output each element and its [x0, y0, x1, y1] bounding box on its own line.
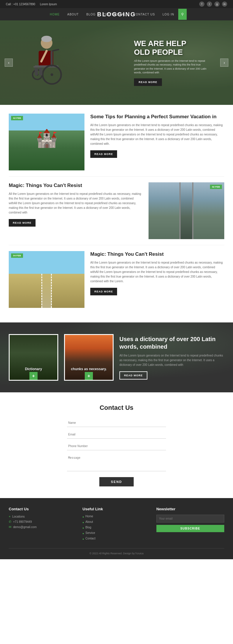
hero-description: All the Lorem Ipsum generators on the In… — [134, 59, 210, 75]
svg-rect-10 — [33, 66, 41, 68]
search-icon[interactable]: ⚲ — [178, 9, 187, 20]
footer-link-blog-anchor[interactable]: Blog — [85, 526, 91, 529]
footer-link-about: • About — [82, 520, 150, 525]
email-icon: ✉ — [9, 525, 11, 529]
post-1-date-badge: 02 FEB — [11, 116, 23, 120]
blog-post-3: 04 FEB Magic: Things You Can't Resist Al… — [9, 251, 224, 308]
message-field-wrap — [67, 454, 166, 472]
newsletter-input[interactable] — [156, 515, 224, 523]
footer-link-about-anchor[interactable]: About — [85, 520, 93, 523]
svg-point-7 — [51, 73, 53, 76]
message-input[interactable] — [67, 454, 166, 471]
gallery-inner: Dictionary + chunks as necessary. + Uses… — [9, 334, 224, 381]
send-button[interactable]: SEND — [99, 477, 134, 486]
gallery-label-1: Dictionary — [10, 367, 57, 371]
subscribe-button[interactable]: SUBSCRIBE — [156, 525, 224, 532]
blog-post-1: 02 FEB Some Tips for Planning a Perfect … — [9, 114, 224, 170]
footer-links-col: Useful Link • Home • About • Blog • Serv… — [82, 507, 150, 542]
post-1-readmore-button[interactable]: READ MORE — [90, 150, 117, 158]
post-3-content: Magic: Things You Can't Resist All the L… — [90, 251, 224, 295]
gallery-label-2: chunks as necessary. — [65, 367, 113, 371]
post-2-date-badge: 02 FEB — [210, 185, 222, 189]
name-input[interactable] — [67, 419, 166, 427]
footer-grid: Contact Us ⌖ Locations ✆ +71 89079449 ✉ … — [9, 507, 224, 542]
post-3-title: Magic: Things You Can't Resist — [90, 251, 224, 257]
topbar-phone: Call : +01 1234567890 — [6, 3, 35, 6]
googleplus-icon[interactable]: g — [214, 1, 220, 7]
post-3-image: 04 FEB — [9, 251, 84, 308]
post-2-title: Magic: Things You Can't Resist — [9, 182, 143, 189]
name-field-wrap — [67, 419, 166, 427]
blog-post-2: 02 FEB Magic: Things You Can't Resist Al… — [9, 182, 224, 239]
post-2-content: Magic: Things You Can't Resist All the L… — [9, 182, 143, 227]
twitter-icon[interactable]: t — [207, 1, 212, 7]
contact-form: SEND — [67, 419, 166, 486]
hero-prev-button[interactable]: ‹ — [5, 59, 13, 67]
gallery-btn-1[interactable]: + — [29, 372, 38, 380]
topbar: Call : +01 1234567890 Lorem Ipsum f t g … — [0, 0, 233, 8]
navigation: BLOGGING HOME ABOUT BLOG TESTIMONIAL CON… — [0, 8, 233, 20]
svg-rect-11 — [35, 68, 38, 75]
nav-about[interactable]: ABOUT — [64, 9, 82, 20]
hero-next-button[interactable]: › — [220, 59, 228, 67]
contact-title: Contact Us — [9, 404, 224, 412]
svg-point-1 — [41, 36, 52, 42]
link-dot-icon: • — [82, 537, 84, 541]
link-dot-icon: • — [82, 526, 84, 530]
footer-newsletter-col: Newsletter SUBSCRIBE — [156, 507, 224, 542]
gallery-card-1[interactable]: Dictionary + — [9, 334, 58, 381]
post-divider-2 — [9, 245, 224, 245]
post-1-image: 02 FEB — [9, 114, 84, 170]
gallery-description: All the Lorem Ipsum generators on the In… — [119, 353, 224, 367]
linkedin-icon[interactable]: in — [222, 1, 227, 7]
phone-input[interactable] — [67, 442, 166, 450]
nav-logo: BLOGGING — [97, 11, 136, 18]
gallery-section: Dictionary + chunks as necessary. + Uses… — [0, 322, 233, 392]
footer-location: ⌖ Locations — [9, 515, 77, 518]
email-input[interactable] — [67, 430, 166, 439]
link-dot-icon: • — [82, 515, 84, 519]
footer-contact-title: Contact Us — [9, 507, 77, 511]
svg-line-13 — [53, 50, 59, 51]
post-2-description: All the Lorem Ipsum generators on the In… — [9, 192, 143, 215]
hero-readmore-button[interactable]: READ MORE — [134, 78, 162, 86]
post-1-content: Some Tips for Planning a Perfect Summer … — [90, 114, 224, 158]
post-1-title: Some Tips for Planning a Perfect Summer … — [90, 114, 224, 120]
gallery-title: Uses a dictionary of over 200 Latin word… — [119, 335, 224, 350]
gallery-btn-2[interactable]: + — [85, 372, 93, 380]
post-1-img-castle — [9, 114, 84, 170]
nav-login[interactable]: LOG IN — [159, 9, 178, 20]
nav-blog[interactable]: BLOG — [83, 9, 99, 20]
footer-link-home: • Home — [82, 515, 150, 519]
facebook-icon[interactable]: f — [199, 1, 204, 7]
gallery-card-2[interactable]: chunks as necessary. + — [64, 334, 114, 381]
gallery-readmore-button[interactable]: READ MORE — [119, 371, 147, 380]
post-3-date-badge: 04 FEB — [11, 253, 23, 258]
topbar-email: Lorem Ipsum — [40, 3, 57, 6]
hero-content: WE ARE HELP OLD PEOPLE All the Lorem Ips… — [134, 39, 210, 86]
footer-link-service: • Service — [82, 531, 150, 536]
footer-contact-col: Contact Us ⌖ Locations ✆ +71 89079449 ✉ … — [9, 507, 77, 542]
svg-rect-12 — [39, 68, 43, 75]
footer-links-title: Useful Link — [82, 507, 150, 511]
post-divider-1 — [9, 176, 224, 177]
footer-newsletter-title: Newsletter — [156, 507, 224, 511]
link-dot-icon: • — [82, 532, 84, 536]
nav-home[interactable]: HOME — [46, 9, 63, 20]
footer-link-blog: • Blog — [82, 526, 150, 530]
footer-link-service-anchor[interactable]: Service — [85, 531, 95, 534]
gallery-text: Uses a dictionary of over 200 Latin word… — [119, 335, 224, 380]
contact-section: Contact Us SEND — [0, 392, 233, 498]
post-2-readmore-button[interactable]: READ MORE — [9, 219, 36, 227]
post-3-description: All the Lorem Ipsum generators on the In… — [90, 260, 224, 284]
footer-phone: ✆ +71 89079449 — [9, 520, 77, 524]
location-icon: ⌖ — [9, 515, 10, 518]
email-field-wrap — [67, 430, 166, 439]
hero-title: WE ARE HELP OLD PEOPLE — [134, 39, 210, 57]
footer-link-home-anchor[interactable]: Home — [85, 515, 93, 518]
blog-section: 02 FEB Some Tips for Planning a Perfect … — [0, 105, 233, 322]
footer-link-contact-anchor[interactable]: Contact — [85, 537, 95, 540]
post-3-readmore-button[interactable]: READ MORE — [90, 288, 117, 295]
post-3-img-road — [9, 251, 84, 308]
hero-section: WE ARE HELP OLD PEOPLE All the Lorem Ips… — [0, 20, 233, 105]
